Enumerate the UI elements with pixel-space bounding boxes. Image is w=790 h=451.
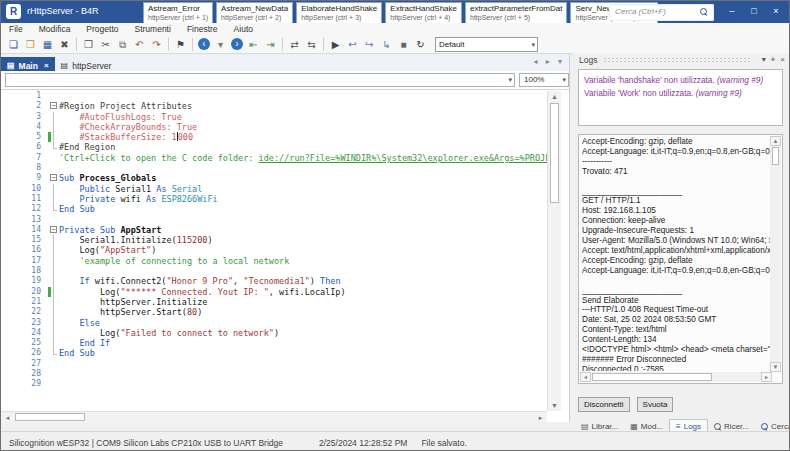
code-area[interactable]: 12−#Region Project Attributes3 #AutoFlus…	[1, 91, 547, 411]
panel-drag-texture[interactable]	[603, 57, 750, 63]
code-line[interactable]: 24 Log("Failed to connect to network")	[1, 328, 547, 338]
code-line[interactable]: 21 httpServer.Initialize	[1, 297, 547, 307]
code-line[interactable]: 5 #StackBufferSize: 1000	[1, 132, 547, 142]
code-line[interactable]: 25 End If	[1, 338, 547, 348]
scrollbar-thumb[interactable]	[550, 103, 559, 203]
editor-horizontal-scrollbar[interactable]: ◂ ▸	[1, 411, 547, 423]
step-over-icon[interactable]: ↪	[362, 37, 377, 52]
menu-file[interactable]: File	[9, 24, 23, 34]
open-icon[interactable]: ❒	[23, 37, 38, 52]
code-line[interactable]: 12End Sub	[1, 204, 547, 214]
fold-collapse-icon[interactable]: −	[50, 226, 57, 233]
code-line[interactable]: 8	[1, 163, 547, 173]
panel-menu-icon[interactable]: ▾	[762, 55, 766, 65]
code-line[interactable]: 7'Ctrl+Click to open the C code folder: …	[1, 153, 547, 163]
code-line[interactable]: 23 Else	[1, 318, 547, 328]
new-module-icon[interactable]: ❏	[6, 37, 21, 52]
scrollbar-thumb[interactable]	[592, 373, 712, 381]
save-icon[interactable]: ▦	[40, 37, 55, 52]
file-tab-ElaborateHandShake[interactable]: ElaborateHandShakehttpServer (ctrl + 3)	[296, 2, 382, 24]
code-line[interactable]: 18	[1, 266, 547, 276]
scroll-up-icon[interactable]: ▲	[548, 91, 561, 102]
back-history-dropdown-icon[interactable]: ▾	[213, 37, 228, 52]
navigate-forward-icon[interactable]: ›	[231, 38, 243, 50]
code-text: #AutoFlushLogs: True	[59, 112, 182, 122]
navigate-back-icon[interactable]: ‹	[198, 38, 210, 50]
step-out-icon[interactable]: ↳	[379, 37, 394, 52]
build-configuration-dropdown[interactable]: Default▾	[435, 37, 538, 52]
global-search-input[interactable]: Cerca (Ctrl+F)	[609, 4, 714, 21]
log-vertical-scrollbar[interactable]: ▲ ▼	[770, 136, 781, 372]
code-line[interactable]: 2−#Region Project Attributes	[1, 101, 547, 111]
rebuild-icon[interactable]: ↻	[413, 37, 428, 52]
scroll-down-icon[interactable]: ▼	[770, 362, 781, 372]
close-tab-icon[interactable]: ×	[44, 61, 49, 70]
code-line[interactable]: 4 #CheckArrayBounds: True	[1, 122, 547, 132]
close-module-icon[interactable]: ✖	[57, 37, 72, 52]
member-dropdown[interactable]: ▾	[5, 73, 515, 87]
scroll-down-icon[interactable]: ▼	[548, 400, 561, 411]
code-line[interactable]: 26End Sub	[1, 348, 547, 358]
maximize-button[interactable]: □	[743, 1, 765, 21]
run-icon[interactable]: ▶	[328, 37, 343, 52]
log-horizontal-scrollbar[interactable]: ◂ ▸	[580, 372, 772, 382]
code-line[interactable]: 20 Log("****** Connected. Yout IP: ", wi…	[1, 287, 547, 297]
code-line[interactable]: 6#End Region	[1, 142, 547, 152]
code-text: 'Ctrl+Click to open the C code folder: i…	[59, 153, 547, 163]
code-line[interactable]: 14−Private Sub AppStart	[1, 225, 547, 235]
code-line[interactable]: 3 #AutoFlushLogs: True	[1, 112, 547, 122]
disconnect-button[interactable]: Disconnetti	[578, 397, 630, 412]
next-sub-icon[interactable]: ⇥	[263, 37, 278, 52]
panel-close-icon[interactable]: ×	[780, 55, 785, 65]
step-into-icon[interactable]: ↩	[345, 37, 360, 52]
code-line[interactable]: 15 Serial1.Initialize(115200)	[1, 235, 547, 245]
clear-button[interactable]: Svuota	[637, 397, 674, 412]
copy-icon[interactable]: ❐	[81, 37, 96, 52]
code-line[interactable]: 16 Log("AppStart")	[1, 245, 547, 255]
code-line[interactable]: 9−Sub Process_Globals	[1, 173, 547, 183]
indent-icon[interactable]: ⇆	[304, 37, 319, 52]
fold-collapse-icon[interactable]: −	[50, 174, 57, 181]
code-line[interactable]: 27	[1, 359, 547, 369]
scrollbar-thumb[interactable]	[15, 413, 85, 421]
file-tab-Astream_Error[interactable]: Astream_ErrorhttpServer (ctrl + 1)	[143, 2, 213, 24]
scroll-right-icon[interactable]: ▸	[761, 372, 772, 382]
close-button[interactable]: ×	[765, 1, 787, 21]
file-tab-extractParameterFromDat[interactable]: extractParameterFromDathttpServer (ctrl …	[465, 2, 567, 24]
menu-progetto[interactable]: Progetto	[86, 24, 118, 34]
scroll-left-icon[interactable]: ◂	[1, 412, 14, 423]
code-line[interactable]: 11 Private wifi As ESP8266WiFi	[1, 194, 547, 204]
code-line[interactable]: 29	[1, 379, 547, 389]
editor-vertical-scrollbar[interactable]: ▲ ▼	[547, 91, 561, 411]
file-tab-ExtractHandShake[interactable]: ExtractHandShakehttpServer (ctrl + 4)	[385, 2, 462, 24]
undo-icon[interactable]: ↶	[132, 37, 147, 52]
code-line[interactable]: 19 If wifi.Connect2("Honor 9 Pro", "Tecn…	[1, 276, 547, 286]
prev-sub-icon[interactable]: ⇤	[246, 37, 261, 52]
zoom-dropdown[interactable]: 100% ▾	[519, 73, 569, 87]
bookmark-icon[interactable]: ⚑	[173, 37, 188, 52]
minimize-button[interactable]: –	[721, 1, 743, 21]
menu-aiuto[interactable]: Aiuto	[234, 24, 253, 34]
code-line[interactable]: 1	[1, 91, 547, 101]
code-line[interactable]: 28	[1, 369, 547, 379]
fold-collapse-icon[interactable]: −	[50, 102, 57, 109]
scroll-left-icon[interactable]: ◂	[580, 372, 591, 382]
code-line[interactable]: 17 'example of connecting to a local net…	[1, 256, 547, 266]
pin-icon[interactable]: ⌖	[771, 55, 776, 65]
paste-icon[interactable]: ⧉	[115, 37, 130, 52]
scroll-right-icon[interactable]: ▸	[534, 412, 547, 423]
tab-scroll-arrows[interactable]: ◂ ▸ ▾	[534, 57, 566, 66]
redo-icon[interactable]: ↷	[149, 37, 164, 52]
pause-icon[interactable]: ■	[396, 37, 411, 52]
cut-icon[interactable]: ✂	[98, 37, 113, 52]
file-tab-Astream_NewData[interactable]: Astream_NewDatahttpServer (ctrl + 2)	[216, 2, 293, 24]
menu-finestre[interactable]: Finestre	[187, 24, 218, 34]
code-line[interactable]: 13	[1, 215, 547, 225]
scroll-up-icon[interactable]: ▲	[770, 136, 781, 146]
code-line[interactable]: 10 Public Serial1 As Serial	[1, 184, 547, 194]
scrollbar-thumb[interactable]	[772, 147, 779, 165]
menu-modifica[interactable]: Modifica	[39, 24, 71, 34]
outdent-icon[interactable]: ⇄	[287, 37, 302, 52]
code-line[interactable]: 22 httpServer.Start(80)	[1, 307, 547, 317]
menu-strumenti[interactable]: Strumenti	[135, 24, 171, 34]
